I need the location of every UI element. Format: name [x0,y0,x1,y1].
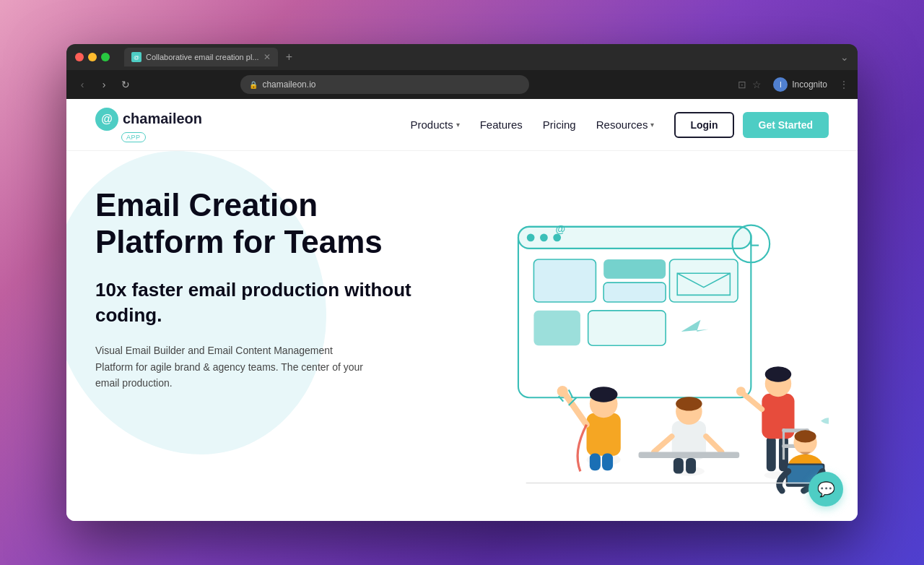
svg-rect-7 [603,282,666,302]
address-actions: ⊡ ☆ I Incognito ⋮ [738,75,849,94]
svg-rect-9 [588,311,666,345]
svg-rect-6 [603,259,666,279]
new-tab-button[interactable]: + [281,48,298,66]
get-started-button[interactable]: Get Started [743,112,829,138]
svg-rect-29 [639,452,740,458]
lock-icon: 🔒 [249,81,258,89]
maximize-button[interactable] [101,53,110,61]
window-controls: ⌄ [840,51,849,63]
close-button[interactable] [75,53,84,61]
logo-icon: @ [95,108,118,131]
tab-favicon: @ [131,52,141,62]
chat-widget-button[interactable]: 💬 [808,472,843,506]
forward-button[interactable]: › [97,77,111,92]
site-navbar: @ chamaileon APP Products ▾ Features Pri… [66,99,858,151]
svg-rect-33 [767,436,776,471]
svg-rect-10 [670,259,738,302]
hero-title: Email Creation Platform for Teams [95,187,425,260]
svg-line-28 [706,436,721,452]
page-content: @ chamaileon APP Products ▾ Features Pri… [66,99,858,521]
svg-rect-31 [686,458,696,473]
products-chevron-icon: ▾ [456,121,460,129]
nav-features[interactable]: Features [480,118,523,131]
menu-button[interactable]: ⋮ [839,79,849,90]
svg-text:@: @ [556,223,566,235]
nav-resources[interactable]: Resources ▾ [596,118,655,131]
hero-illustration: @ [425,180,829,506]
svg-point-20 [557,386,568,397]
svg-rect-21 [590,454,601,471]
svg-rect-22 [602,454,613,471]
nav-products[interactable]: Products ▾ [410,118,459,131]
browser-window: @ Collaborative email creation pl... ✕ +… [66,44,858,521]
tab-close-button[interactable]: ✕ [263,52,271,62]
svg-rect-5 [534,259,596,302]
svg-rect-1 [518,227,751,249]
svg-point-26 [676,397,702,410]
incognito-label: Incognito [792,79,827,90]
tab-title: Collaborative email creation pl... [146,53,259,61]
logo[interactable]: @ chamaileon APP [95,108,202,142]
bookmark-icon[interactable]: ☆ [752,79,762,90]
incognito-menu[interactable]: I Incognito [767,75,833,94]
svg-point-37 [765,366,792,381]
resources-chevron-icon: ▾ [650,121,654,129]
minimize-button[interactable] [88,53,97,61]
logo-badge: APP [121,132,146,142]
svg-point-3 [540,233,548,241]
active-tab[interactable]: @ Collaborative email creation pl... ✕ [124,48,278,66]
hero-subtitle: 10x faster email production without codi… [95,277,425,328]
incognito-avatar: I [773,77,788,92]
svg-point-18 [590,387,618,402]
svg-point-45 [795,430,816,442]
hero-left: Email Creation Platform for Teams 10x fa… [95,180,425,506]
back-button[interactable]: ‹ [75,77,90,92]
svg-rect-8 [534,311,580,345]
logo-text: chamaileon [123,111,202,127]
nav-pricing[interactable]: Pricing [543,118,576,131]
reload-button[interactable]: ↻ [118,77,133,92]
svg-point-2 [527,233,535,241]
svg-rect-30 [674,458,684,473]
hero-description: Visual Email Builder and Email Content M… [95,342,370,391]
login-button[interactable]: Login [674,112,733,138]
url-bar[interactable]: 🔒 chamaileon.io [240,75,529,94]
svg-line-38 [744,394,762,409]
svg-point-39 [736,387,746,396]
nav-links: Products ▾ Features Pricing Resources ▾ [410,118,654,131]
hero-section: Email Creation Platform for Teams 10x fa… [66,151,858,521]
svg-rect-16 [587,413,621,456]
traffic-lights [75,53,110,61]
tab-bar: @ Collaborative email creation pl... ✕ + [124,48,834,66]
addressbar: ‹ › ↻ 🔒 chamaileon.io ⊡ ☆ I Incognito ⋮ [66,70,858,99]
chat-icon: 💬 [817,480,835,498]
svg-line-27 [654,436,672,452]
url-text: chamaileon.io [262,79,315,90]
cast-icon[interactable]: ⊡ [738,79,746,90]
titlebar: @ Collaborative email creation pl... ✕ +… [66,44,858,70]
